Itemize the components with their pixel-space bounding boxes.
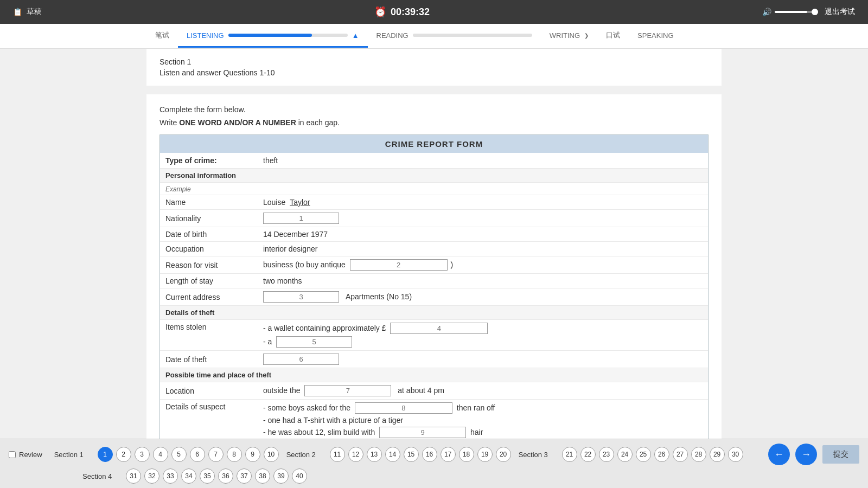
num-btn-34[interactable]: 34	[181, 468, 196, 484]
num-btn-39[interactable]: 39	[273, 468, 289, 484]
num-btn-20[interactable]: 20	[496, 447, 511, 462]
num-btn-23[interactable]: 23	[599, 447, 614, 462]
num-btn-30[interactable]: 30	[728, 447, 743, 462]
num-btn-38[interactable]: 38	[255, 468, 270, 484]
num-btn-26[interactable]: 26	[654, 447, 669, 462]
bottom-right-controls: ← → 提交	[768, 444, 859, 465]
num-btn-4[interactable]: 4	[153, 447, 168, 462]
num-btn-2[interactable]: 2	[116, 447, 131, 462]
submit-button[interactable]: 提交	[822, 445, 859, 464]
items-label: Items stolen	[160, 320, 258, 351]
num-btn-29[interactable]: 29	[710, 447, 725, 462]
location-label: Location	[160, 382, 258, 400]
num-btn-13[interactable]: 13	[367, 447, 382, 462]
listening-progress-bar	[228, 34, 348, 37]
prev-button[interactable]: ←	[768, 444, 790, 465]
num-btn-17[interactable]: 17	[441, 447, 456, 462]
nationality-label: Nationality	[160, 210, 258, 227]
num-btn-6[interactable]: 6	[190, 447, 205, 462]
num-btn-25[interactable]: 25	[636, 447, 651, 462]
location-row: Location outside the at about 4 pm	[160, 382, 708, 400]
num-btn-9[interactable]: 9	[245, 447, 260, 462]
num-btn-32[interactable]: 32	[144, 468, 159, 484]
review-checkbox[interactable]	[9, 451, 16, 458]
nationality-cell	[258, 210, 708, 227]
example-row: Example	[160, 183, 708, 195]
items-prefix: - a wallet containing approximately £	[263, 324, 386, 332]
name-row: Name Louise Taylor	[160, 195, 708, 210]
tab-oral[interactable]: 口试	[597, 24, 629, 48]
reason-suffix: )	[451, 260, 454, 269]
section2-label: Section 2	[286, 451, 324, 459]
review-section[interactable]: Review	[9, 451, 42, 459]
num-btn-5[interactable]: 5	[171, 447, 187, 462]
type-crime-label: Type of crime:	[160, 153, 258, 169]
num-btn-37[interactable]: 37	[237, 468, 252, 484]
reason-input[interactable]	[350, 259, 448, 271]
suspect-line2: - one had a T-shirt with a picture of a …	[263, 416, 703, 425]
num-btn-7[interactable]: 7	[208, 447, 224, 462]
num-btn-27[interactable]: 27	[673, 447, 688, 462]
num-btn-14[interactable]: 14	[385, 447, 400, 462]
date-theft-input[interactable]	[263, 354, 339, 365]
num-btn-31[interactable]: 31	[126, 468, 141, 484]
num-btn-18[interactable]: 18	[459, 447, 474, 462]
num-btn-33[interactable]: 33	[163, 468, 178, 484]
personal-info-header-row: Personal information	[160, 169, 708, 183]
num-btn-12[interactable]: 12	[348, 447, 363, 462]
num-btn-21[interactable]: 21	[562, 447, 577, 462]
num-btn-36[interactable]: 36	[218, 468, 233, 484]
num-btn-19[interactable]: 19	[477, 447, 493, 462]
volume-track[interactable]	[775, 11, 818, 13]
dob-value: 14 December 1977	[258, 227, 708, 242]
personal-info-label: Personal information	[160, 169, 708, 183]
num-btn-24[interactable]: 24	[617, 447, 633, 462]
volume-knob	[812, 9, 818, 15]
exit-button[interactable]: 退出考试	[825, 7, 855, 17]
num-btn-8[interactable]: 8	[227, 447, 242, 462]
occupation-value: interior designer	[258, 242, 708, 256]
address-input[interactable]	[263, 291, 339, 303]
next-button[interactable]: →	[795, 444, 817, 465]
length-value: two months	[258, 274, 708, 288]
tab-reading-label: READING	[376, 31, 409, 40]
num-btn-1[interactable]: 1	[98, 447, 113, 462]
location-cell: outside the at about 4 pm	[258, 382, 708, 400]
num-btn-35[interactable]: 35	[200, 468, 215, 484]
tab-writing[interactable]: WRITING ❯	[541, 25, 597, 48]
items2-input[interactable]	[276, 336, 352, 348]
num-btn-10[interactable]: 10	[264, 447, 279, 462]
num-btn-40[interactable]: 40	[292, 468, 307, 484]
tab-reading[interactable]: READING	[368, 25, 541, 48]
name-first: Louise	[263, 198, 285, 207]
tab-listening-label: LISTENING	[187, 31, 224, 40]
num-btn-3[interactable]: 3	[135, 447, 150, 462]
suspect-input3[interactable]	[379, 427, 466, 438]
num-btn-16[interactable]: 16	[422, 447, 437, 462]
topbar-right: 🔊 退出考试	[762, 7, 855, 17]
name-value: Louise Taylor	[258, 195, 708, 210]
dob-label: Date of birth	[160, 227, 258, 242]
volume-control[interactable]: 🔊	[762, 8, 818, 16]
items-line1: - a wallet containing approximately £	[263, 323, 703, 334]
tab-speaking[interactable]: SPEAKING	[629, 25, 682, 48]
length-row: Length of stay two months	[160, 274, 708, 288]
write-label: Write	[159, 118, 177, 127]
num-btn-28[interactable]: 28	[691, 447, 706, 462]
location-input[interactable]	[304, 385, 391, 396]
reason-row: Reason for visit business (to buy antiqu…	[160, 256, 708, 274]
items-line2: - a	[263, 336, 703, 348]
tab-notes[interactable]: 笔试	[146, 24, 178, 48]
listening-arrow: ▲	[352, 31, 359, 40]
possible-header-row: Possible time and place of theft	[160, 368, 708, 382]
suspect-label: Details of suspect	[160, 400, 258, 441]
nationality-input[interactable]	[263, 213, 339, 224]
num-btn-22[interactable]: 22	[580, 447, 596, 462]
num-btn-11[interactable]: 11	[330, 447, 345, 462]
suspect-input1[interactable]	[355, 402, 452, 414]
items-input[interactable]	[390, 323, 488, 334]
name-last: Taylor	[290, 198, 310, 207]
section1-label: Section 1	[54, 451, 92, 459]
tab-listening[interactable]: LISTENING ▲	[178, 25, 368, 48]
num-btn-15[interactable]: 15	[404, 447, 419, 462]
